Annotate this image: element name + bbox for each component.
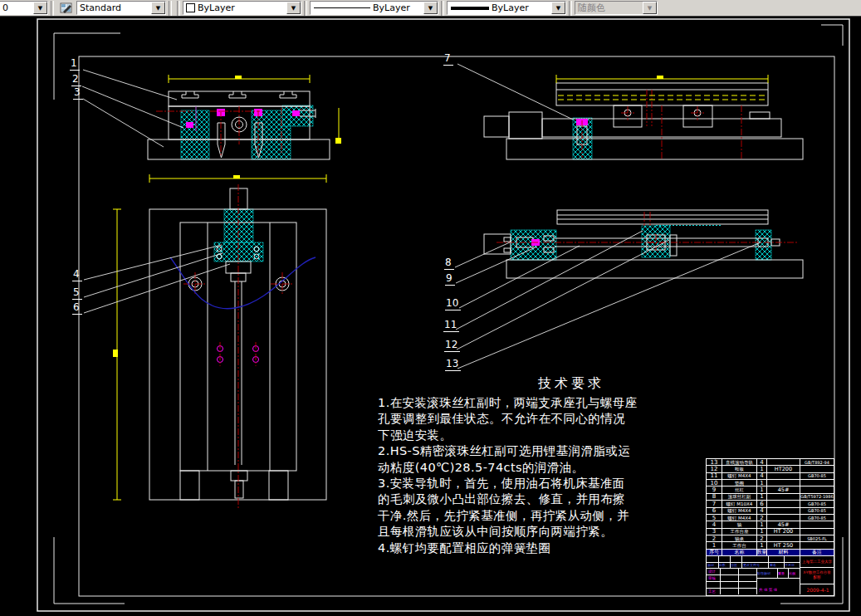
linetype-value: ByLayer — [370, 2, 423, 13]
callout-5: 5 — [72, 287, 82, 300]
bom-cell: 轴 — [722, 521, 756, 527]
bom-cell — [766, 473, 800, 479]
lineweight-value: ByLayer — [489, 2, 551, 13]
drawing-date: 2009-4-1 — [804, 587, 832, 593]
chevron-down-icon[interactable]: ▼ — [551, 2, 565, 14]
view-front-section — [148, 75, 341, 159]
technical-requirements: 技术要求 1.在安装滚珠丝杠副时，两端支承座孔与螺母座 孔要调整到最佳状态。不允… — [378, 375, 638, 556]
bom-cell: 6 — [707, 508, 722, 514]
bom-cell: 1 — [707, 542, 722, 548]
color-value: ByLayer — [195, 2, 286, 13]
color-combo[interactable]: ByLayer ▼ — [183, 1, 301, 15]
bom-cell: 1 — [756, 466, 766, 472]
bom-cell: 螺钉 M4X4 — [722, 508, 756, 514]
rev-label: 更改文件号 — [743, 563, 767, 567]
bom-cell: 数量 — [756, 550, 766, 555]
tech-line: 1.在安装滚珠丝杠副时，两端支承座孔与螺母座 — [378, 395, 638, 411]
bom-cell: HT 200 — [766, 529, 800, 535]
tech-line: 4.螺钉均要配置相应的弹簧垫圈 — [378, 540, 638, 556]
bom-row: 2轴承2SB025-FL — [707, 535, 834, 541]
bom-row: 5螺钉 M4X42GB70-85 — [707, 514, 834, 521]
dimension-lines — [556, 75, 768, 100]
callout-12: 12 — [444, 340, 460, 352]
bom-cell: 1 — [756, 542, 766, 548]
callout-1: 1 — [70, 58, 80, 71]
text-style-icon[interactable] — [56, 1, 76, 16]
chevron-down-icon: ▼ — [643, 2, 657, 14]
lineweight-combo[interactable]: ByLayer ▼ — [447, 1, 566, 15]
chevron-down-icon[interactable]: ▼ — [151, 2, 165, 14]
bom-cell: 1 — [756, 529, 766, 535]
layer-combo[interactable]: 0 ▼ — [0, 1, 48, 15]
bom-cell: SB025-FL — [800, 535, 834, 541]
cad-application-window: 0 ▼ Standard ▼ ByLayer ▼ — [0, 0, 861, 616]
toolbar-separator — [569, 1, 572, 16]
dim-mark — [235, 76, 242, 79]
bom-cell: 螺钉 M4X4 — [722, 515, 756, 521]
bom-row: 11螺钉 M4X44GB70-85 — [707, 472, 834, 479]
callout-4: 4 — [72, 269, 82, 281]
tech-line: 3.安装导轨时，首先，使用油石将机床基准面 — [378, 476, 638, 491]
bom-row: 10垫圈1 — [707, 479, 834, 486]
tech-title: 技术要求 — [538, 375, 638, 393]
bom-cell: 垫圈 — [722, 480, 756, 486]
linetype-glyph — [314, 7, 370, 8]
bom-cell: 序号 — [707, 550, 722, 555]
bom-row: 6螺钉 M4X44GB70-85 — [707, 507, 834, 514]
title-block: 标记 处数 分区 更改文件号 签名 年月日 设计 审核 工艺 阶段标记 重量 比… — [706, 556, 834, 596]
sig-label: 设计 — [708, 570, 716, 574]
bom-cell: 4 — [707, 521, 722, 527]
chevron-down-icon[interactable]: ▼ — [286, 2, 301, 14]
bom-cell: 工作台 — [722, 542, 756, 548]
callout-6: 6 — [72, 302, 82, 315]
bom-cell: 6 — [756, 501, 766, 506]
linetype-combo[interactable]: ByLayer ▼ — [310, 1, 438, 15]
bom-cell: 1 — [756, 494, 766, 500]
toolbar-separator — [304, 1, 307, 16]
style-grid-icon — [60, 2, 73, 14]
stage-label: 阶段标记 — [757, 571, 776, 575]
tech-line: 动粘度(40℃)28.5-74cts的润滑油。 — [378, 460, 638, 476]
bom-cell: 直线滚动导轨 — [722, 459, 756, 465]
bom-cell: 丝杠 — [722, 486, 756, 492]
text-style-combo[interactable]: Standard ▼ — [76, 1, 166, 15]
callout-10: 10 — [445, 298, 461, 310]
bom-cell — [800, 466, 834, 472]
bom-cell: 10 — [707, 480, 722, 486]
bom-cell: 1 — [756, 480, 766, 486]
callout-7: 7 — [443, 53, 453, 66]
lineweight-glyph — [451, 7, 489, 10]
chevron-down-icon[interactable]: ▼ — [423, 2, 438, 14]
bom-cell: GB70-85 — [800, 515, 834, 521]
bom-cell — [800, 480, 834, 486]
bom-row: 9丝杠145# — [707, 486, 834, 492]
view-ballscrew-section — [484, 210, 803, 278]
bom-cell: 名称 — [722, 550, 756, 555]
tech-line: 的毛刺及微小凸出部位擦去、修直，并用布擦 — [378, 491, 638, 507]
bom-header-row: 序号名称数量材料备注 — [707, 549, 834, 555]
bom-cell: HT200 — [766, 466, 800, 472]
view-plan — [113, 174, 326, 508]
bom-cell: 1 — [756, 521, 766, 527]
bom-cell: 12 — [707, 466, 722, 472]
bom-cell: 4 — [756, 459, 766, 465]
tech-line: 孔要调整到最佳状态。不允许在不同心的情况 — [378, 411, 638, 427]
bom-cell: 材料 — [766, 550, 800, 555]
bolt-holes — [218, 346, 259, 363]
bom-cell — [766, 459, 800, 465]
weight-label: 重量 — [778, 571, 787, 575]
bom-cell — [800, 529, 834, 535]
bom-cell — [766, 501, 800, 506]
chevron-down-icon[interactable]: ▼ — [33, 2, 47, 14]
color-swatch — [186, 3, 195, 12]
bom-cell — [766, 535, 800, 541]
bom-cell: 45# — [766, 486, 800, 492]
bom-cell: GB70-85 — [800, 508, 834, 514]
bom-cell — [766, 508, 800, 514]
callout-3: 3 — [73, 87, 83, 100]
bom-cell: 2 — [707, 535, 722, 541]
tech-line: 下强迫安装。 — [378, 428, 638, 443]
bom-cell: 11 — [707, 473, 722, 479]
dimension-lines — [113, 174, 326, 500]
callout-11: 11 — [443, 320, 459, 332]
